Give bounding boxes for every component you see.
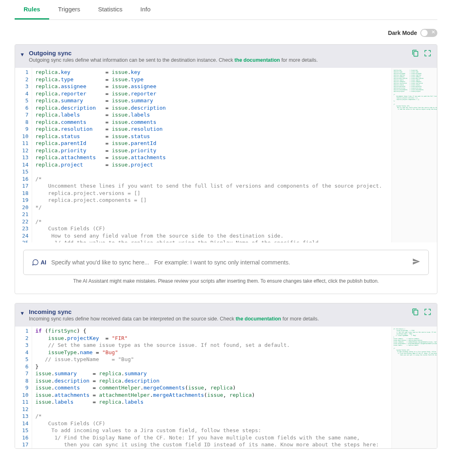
tabs-bar: RulesTriggersStatisticsInfo bbox=[15, 0, 437, 20]
incoming-panel-header: ▾ Incoming sync Incoming sync rules defi… bbox=[15, 303, 437, 327]
incoming-desc: Incoming sync rules define how received … bbox=[29, 316, 407, 322]
incoming-editor[interactable]: 1234567891011121314151617 if (firstSync)… bbox=[15, 327, 391, 448]
expand-icon[interactable] bbox=[424, 50, 431, 57]
chat-icon bbox=[32, 259, 39, 266]
ai-input[interactable] bbox=[51, 259, 407, 266]
outgoing-desc: Outgoing sync rules define what informat… bbox=[29, 57, 407, 63]
copy-icon[interactable] bbox=[412, 50, 419, 57]
darkmode-row: Dark Mode ✕ bbox=[15, 26, 437, 44]
tab-statistics[interactable]: Statistics bbox=[89, 0, 131, 19]
tab-rules[interactable]: Rules bbox=[15, 0, 49, 19]
outgoing-desc-pre: Outgoing sync rules define what informat… bbox=[29, 57, 235, 63]
outgoing-title: Outgoing sync bbox=[29, 50, 407, 56]
incoming-desc-pre: Incoming sync rules define how received … bbox=[29, 316, 236, 322]
copy-icon[interactable] bbox=[412, 308, 419, 316]
outgoing-desc-post: for more details. bbox=[280, 57, 318, 63]
send-icon[interactable] bbox=[412, 257, 420, 267]
outgoing-minimap[interactable]: replica.key = issue.key replica.type = i… bbox=[391, 68, 437, 242]
incoming-doc-link[interactable]: the documentation bbox=[236, 316, 281, 322]
darkmode-label: Dark Mode bbox=[388, 30, 417, 36]
ai-note: The AI Assistant might make mistakes. Pl… bbox=[23, 275, 429, 290]
ai-box: AI bbox=[23, 250, 429, 275]
incoming-desc-post: for more details. bbox=[281, 316, 319, 322]
outgoing-doc-link[interactable]: the documentation bbox=[235, 57, 280, 63]
incoming-title: Incoming sync bbox=[29, 308, 407, 315]
chevron-down-icon[interactable]: ▾ bbox=[21, 51, 24, 58]
tab-triggers[interactable]: Triggers bbox=[49, 0, 89, 19]
incoming-panel: ▾ Incoming sync Incoming sync rules defi… bbox=[15, 303, 437, 449]
darkmode-toggle[interactable]: ✕ bbox=[420, 29, 437, 37]
outgoing-editor[interactable]: 1234567891011121314151617181920212223242… bbox=[15, 68, 391, 242]
ai-label: AI bbox=[32, 259, 46, 266]
incoming-minimap[interactable]: if (firstSync) { issue.projectKey = "FIR… bbox=[391, 327, 437, 448]
outgoing-panel-header: ▾ Outgoing sync Outgoing sync rules defi… bbox=[15, 45, 437, 68]
chevron-down-icon[interactable]: ▾ bbox=[21, 309, 24, 317]
outgoing-panel: ▾ Outgoing sync Outgoing sync rules defi… bbox=[15, 44, 437, 294]
expand-icon[interactable] bbox=[424, 308, 431, 316]
tab-info[interactable]: Info bbox=[131, 0, 159, 19]
